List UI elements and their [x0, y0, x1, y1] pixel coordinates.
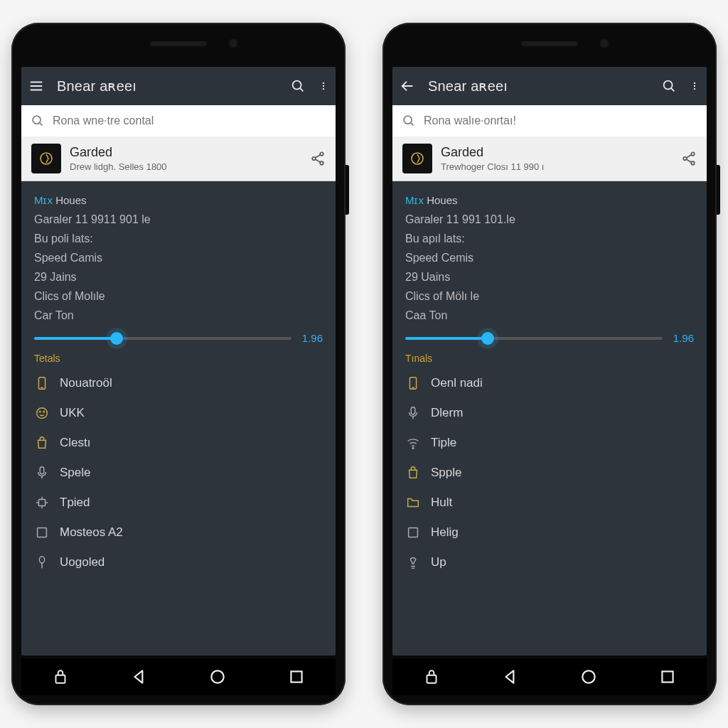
- app-bar: Bnear aʀeeı: [21, 67, 336, 105]
- list-item-label: Clestı: [60, 436, 90, 450]
- list-item-label: Tpied: [60, 496, 90, 510]
- power-button[interactable]: [717, 165, 720, 215]
- nav-lock-icon[interactable]: [422, 668, 441, 686]
- list-item[interactable]: Hult: [405, 488, 694, 518]
- list-item[interactable]: Spele: [34, 458, 323, 488]
- slider-value: 1.96: [670, 332, 694, 344]
- info-line: Caa Ton: [405, 309, 694, 322]
- svg-point-31: [212, 670, 224, 682]
- svg-point-12: [312, 157, 316, 161]
- info-line: Garaler 11 9911 901 le: [34, 213, 323, 226]
- list-item[interactable]: Up: [405, 547, 694, 577]
- section-highlight: Mɪx: [34, 194, 53, 206]
- list-item[interactable]: Tpied: [34, 488, 323, 518]
- list-item[interactable]: Uogoled: [34, 547, 323, 577]
- slider-row: 1.96: [405, 332, 694, 344]
- list-item-label: UKK: [60, 406, 85, 420]
- list-item[interactable]: Helig: [405, 518, 694, 547]
- svg-line-46: [687, 159, 692, 162]
- list-item-label: Oenl nadi: [431, 376, 483, 390]
- power-button[interactable]: [346, 165, 349, 215]
- nav-back-icon[interactable]: [501, 668, 520, 686]
- section-rest: Houes: [55, 194, 86, 206]
- svg-rect-32: [291, 671, 301, 682]
- svg-point-53: [583, 670, 595, 682]
- share-icon[interactable]: [310, 151, 326, 166]
- search-input[interactable]: [424, 114, 698, 127]
- svg-point-19: [40, 411, 41, 412]
- svg-point-13: [320, 161, 323, 165]
- list-item-label: Tiple: [431, 436, 456, 450]
- nav-home-icon[interactable]: [208, 668, 227, 686]
- result-card[interactable]: Garded Trewhoger Closı 11 990 ı: [392, 136, 707, 181]
- list-item[interactable]: Mosteos A2: [34, 518, 323, 547]
- list-item[interactable]: Tiple: [405, 428, 694, 458]
- bag-icon: [34, 435, 50, 451]
- list-item[interactable]: Oenl nadi: [405, 368, 694, 398]
- list-item-label: Hult: [431, 496, 452, 510]
- folder-icon: [405, 495, 421, 510]
- result-thumbnail: [402, 144, 432, 173]
- search-input[interactable]: [53, 114, 327, 127]
- device-icon: [405, 375, 421, 391]
- search-bar[interactable]: [392, 105, 707, 136]
- result-title: Garded: [70, 145, 301, 160]
- info-line: 29 Jains: [34, 271, 323, 284]
- nav-recent-icon[interactable]: [658, 668, 677, 686]
- phone-camera: [599, 38, 609, 48]
- svg-point-37: [694, 85, 695, 87]
- list-item[interactable]: Spple: [405, 458, 694, 488]
- phone-left: Bnear aʀeeı Garded Drew lidgh. Selles 18…: [11, 23, 346, 705]
- list-item-label: Helig: [431, 525, 459, 540]
- list-item[interactable]: UKK: [34, 398, 323, 428]
- svg-point-5: [323, 82, 324, 84]
- result-text: Garded Trewhoger Closı 11 990 ı: [441, 145, 673, 172]
- svg-point-39: [404, 116, 412, 124]
- device-icon: [34, 375, 50, 391]
- svg-rect-51: [409, 528, 418, 537]
- info-line: 29 Uains: [405, 271, 694, 284]
- info-line: Bu apıl lats:: [405, 232, 694, 245]
- progress-slider[interactable]: [34, 337, 291, 340]
- back-icon[interactable]: [400, 78, 415, 94]
- appbar-title: Snear aʀeeı: [428, 77, 648, 95]
- list-item[interactable]: Dlerm: [405, 398, 694, 428]
- list-header: Tetals: [34, 353, 323, 364]
- svg-point-34: [664, 81, 673, 90]
- list-item-label: Uogoled: [60, 555, 105, 569]
- list-item-label: Spele: [60, 466, 90, 480]
- result-card[interactable]: Garded Drew lidgh. Selles 1800: [21, 136, 336, 181]
- slider-thumb[interactable]: [481, 332, 494, 345]
- overflow-icon[interactable]: [318, 78, 328, 94]
- nav-back-icon[interactable]: [130, 668, 149, 686]
- search-icon[interactable]: [661, 78, 677, 94]
- phone-speaker: [521, 41, 578, 46]
- list-item-label: Spple: [431, 466, 461, 480]
- nav-recent-icon[interactable]: [287, 668, 306, 686]
- overflow-icon[interactable]: [690, 78, 700, 94]
- svg-line-9: [40, 123, 43, 126]
- svg-line-35: [671, 88, 674, 91]
- search-icon[interactable]: [290, 78, 306, 94]
- list-item[interactable]: Nouatroöl: [34, 368, 323, 398]
- svg-rect-27: [38, 528, 47, 537]
- share-icon[interactable]: [681, 151, 697, 166]
- svg-line-45: [687, 155, 692, 158]
- svg-line-14: [316, 155, 321, 158]
- list-item[interactable]: Clestı: [34, 428, 323, 458]
- search-bar[interactable]: [21, 105, 336, 136]
- square-icon: [34, 525, 50, 540]
- phone-right: Snear aʀeeı Garded Trewhoger Closı 11 99…: [382, 23, 717, 705]
- svg-rect-54: [662, 671, 673, 682]
- slider-thumb[interactable]: [110, 332, 123, 345]
- phone-speaker: [150, 41, 207, 46]
- svg-point-38: [694, 88, 695, 90]
- progress-slider[interactable]: [405, 337, 663, 340]
- nav-lock-icon[interactable]: [51, 668, 70, 686]
- menu-icon[interactable]: [28, 78, 44, 94]
- svg-rect-22: [38, 499, 45, 505]
- android-navbar: [392, 658, 707, 695]
- svg-point-44: [691, 161, 695, 165]
- search-field-icon: [401, 113, 417, 129]
- nav-home-icon[interactable]: [579, 668, 598, 686]
